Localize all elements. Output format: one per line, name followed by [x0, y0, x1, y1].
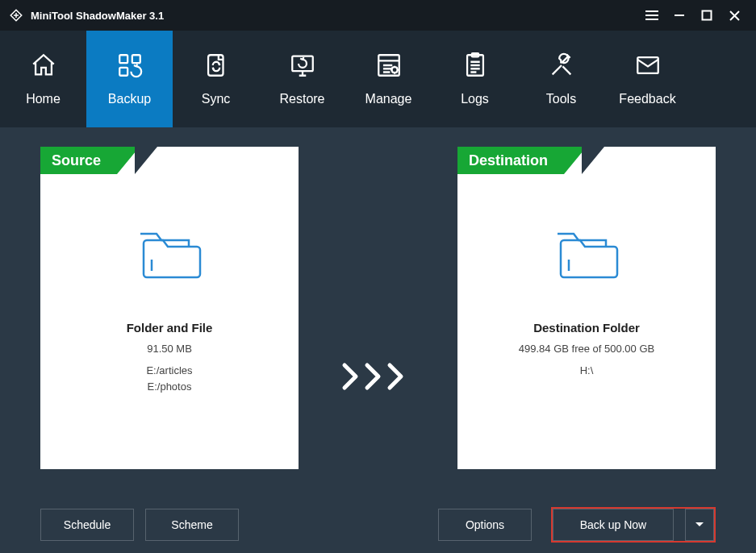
app-logo-icon	[8, 7, 24, 23]
backup-now-group: Back up Now	[551, 507, 716, 543]
folder-icon	[132, 224, 207, 285]
scheme-button[interactable]: Scheme	[145, 509, 239, 541]
svg-rect-1	[119, 55, 127, 63]
home-icon	[30, 52, 57, 82]
nav-manage[interactable]: Manage	[345, 31, 432, 127]
destination-header: Destination	[457, 147, 604, 174]
svg-rect-2	[132, 55, 140, 63]
nav-home[interactable]: Home	[0, 31, 86, 127]
nav-label: Home	[26, 92, 61, 106]
source-paths: E:/articlesE:/photos	[146, 363, 192, 394]
app-title: MiniTool ShadowMaker 3.1	[31, 10, 164, 22]
restore-icon	[289, 52, 316, 82]
source-path: E:/articles	[146, 363, 192, 379]
source-title: Folder and File	[127, 321, 213, 335]
nav-label: Feedback	[619, 92, 675, 106]
direction-chevrons-icon	[340, 362, 417, 391]
source-header-label: Source	[40, 147, 117, 174]
title-bar: MiniTool ShadowMaker 3.1	[0, 0, 756, 31]
nav-logs[interactable]: Logs	[432, 31, 518, 127]
svg-rect-9	[637, 57, 658, 73]
destination-header-label: Destination	[457, 147, 564, 174]
options-button[interactable]: Options	[438, 509, 532, 541]
source-size: 91.50 MB	[147, 343, 192, 355]
nav-feedback[interactable]: Feedback	[604, 31, 691, 127]
menu-button[interactable]	[638, 0, 666, 31]
svg-rect-0	[703, 11, 712, 20]
nav-label: Backup	[108, 92, 151, 106]
svg-rect-3	[119, 68, 127, 76]
backup-icon	[116, 52, 144, 82]
source-card[interactable]: Source Folder and File 91.50 MB E:/artic…	[40, 147, 299, 469]
destination-path: H:\	[580, 363, 594, 379]
backup-now-button[interactable]: Back up Now	[553, 509, 674, 541]
nav-label: Tools	[546, 92, 576, 106]
backup-now-dropdown-button[interactable]	[685, 509, 714, 541]
source-header: Source	[40, 147, 157, 174]
folder-icon	[549, 224, 624, 285]
destination-card[interactable]: Destination Destination Folder 499.84 GB…	[457, 147, 716, 469]
nav-label: Restore	[279, 92, 324, 106]
backup-panel: Source Folder and File 91.50 MB E:/artic…	[0, 127, 756, 497]
nav-label: Logs	[461, 92, 489, 106]
sync-icon	[203, 52, 230, 82]
nav-backup[interactable]: Backup	[86, 31, 173, 127]
caret-down-icon	[695, 522, 704, 528]
minimize-button[interactable]	[666, 0, 693, 31]
nav-restore[interactable]: Restore	[259, 31, 345, 127]
nav-sync[interactable]: Sync	[173, 31, 259, 127]
bottom-bar: Schedule Scheme Options Back up Now	[0, 497, 756, 553]
main-nav: HomeBackupSyncRestoreManageLogsToolsFeed…	[0, 31, 756, 127]
nav-label: Sync	[202, 92, 231, 106]
tools-icon	[548, 52, 575, 82]
nav-label: Manage	[365, 92, 412, 106]
maximize-button[interactable]	[693, 0, 720, 31]
destination-free: 499.84 GB free of 500.00 GB	[519, 343, 654, 355]
manage-icon	[375, 52, 403, 82]
close-button[interactable]	[720, 0, 748, 31]
destination-title: Destination Folder	[533, 321, 640, 335]
nav-tools[interactable]: Tools	[518, 31, 604, 127]
source-path: E:/photos	[146, 379, 192, 395]
schedule-button[interactable]: Schedule	[40, 509, 134, 541]
logs-icon	[462, 52, 489, 82]
feedback-icon	[634, 52, 662, 82]
